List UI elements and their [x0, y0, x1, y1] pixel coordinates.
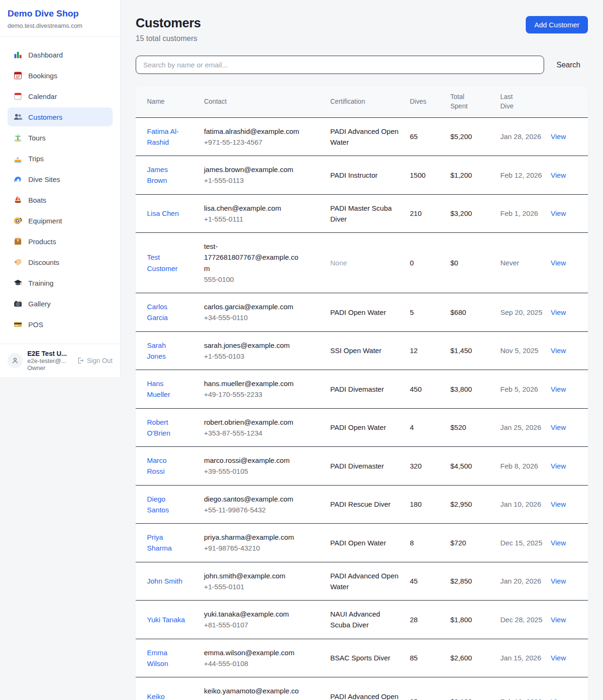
sidebar-item-discounts[interactable]: Discounts: [8, 253, 113, 272]
table-row: Sarah Jones sarah.jones@example.com+1-55…: [136, 331, 588, 370]
customer-phone: +49-170-555-2233: [204, 389, 304, 400]
user-icon: [11, 356, 19, 365]
customer-email: diego.santos@example.com: [204, 494, 304, 504]
sidebar-item-calendar[interactable]: Calendar: [8, 87, 113, 106]
header-name: Name: [136, 86, 204, 117]
view-customer-link[interactable]: View: [551, 308, 566, 316]
customer-email: john.smith@example.com: [204, 570, 304, 581]
customer-phone: +39-555-0105: [204, 466, 304, 477]
view-customer-link[interactable]: View: [551, 698, 566, 700]
table-row: Robert O'Brien robert.obrien@example.com…: [136, 408, 588, 447]
customer-total-spent: $5,200: [450, 117, 500, 156]
customer-dives: 1500: [410, 156, 450, 195]
customer-name-link[interactable]: Lisa Chen: [147, 209, 179, 217]
customer-certification: PADI Open Water: [330, 524, 410, 562]
customer-last-dive: Feb 5, 2026: [500, 370, 551, 409]
table-header-row: Name Contact Certification Dives Total S…: [136, 86, 588, 117]
sidebar-item-products[interactable]: Products: [8, 232, 113, 251]
customer-name-link[interactable]: Marco Rossi: [147, 456, 167, 475]
view-customer-link[interactable]: View: [551, 500, 566, 508]
view-customer-link[interactable]: View: [551, 462, 566, 470]
customer-dives: 4: [410, 408, 450, 447]
sidebar-item-gallery[interactable]: Gallery: [8, 294, 113, 313]
customer-phone: +55-11-99876-5432: [204, 504, 304, 515]
bookings-icon: 17: [13, 71, 23, 80]
table-row: Diego Santos diego.santos@example.com+55…: [136, 485, 588, 524]
boats-icon: [13, 195, 23, 205]
customer-name-link[interactable]: Robert O'Brien: [147, 418, 171, 437]
sidebar-item-customers[interactable]: Customers: [8, 107, 113, 126]
gallery-icon: [13, 299, 23, 308]
customer-dives: 320: [410, 447, 450, 486]
view-customer-link[interactable]: View: [551, 654, 566, 662]
customer-name-link[interactable]: Diego Santos: [147, 495, 169, 514]
sign-out-icon: [77, 357, 84, 364]
customer-count: 15 total customers: [136, 34, 201, 43]
customer-certification: PADI Advanced Open Water: [330, 562, 410, 601]
view-customer-link[interactable]: View: [551, 616, 566, 624]
customer-total-spent: $3,800: [450, 370, 500, 409]
table-row: Lisa Chen lisa.chen@example.com+1-555-01…: [136, 194, 588, 233]
user-info: E2E Test U... e2e-tester@... Owner: [27, 350, 72, 371]
table-row: Emma Wilson emma.wilson@example.com+44-5…: [136, 639, 588, 677]
search-button[interactable]: Search: [544, 61, 588, 69]
page-title-block: Customers 15 total customers: [136, 16, 201, 43]
sign-out-button[interactable]: Sign Out: [77, 357, 113, 364]
view-customer-link[interactable]: View: [551, 346, 566, 354]
sidebar-item-label: Trips: [28, 155, 44, 163]
customer-certification: None: [330, 233, 410, 293]
view-customer-link[interactable]: View: [551, 132, 566, 140]
customer-name-link[interactable]: James Brown: [147, 165, 168, 184]
view-customer-link[interactable]: View: [551, 259, 566, 267]
sidebar-item-pos[interactable]: POS: [8, 315, 113, 334]
customer-name-link[interactable]: Priya Sharma: [147, 533, 172, 552]
customer-total-spent: $0: [450, 233, 500, 293]
view-customer-link[interactable]: View: [551, 577, 566, 585]
customer-email: sarah.jones@example.com: [204, 340, 304, 351]
user-section: E2E Test U... e2e-tester@... Owner Sign …: [0, 344, 120, 377]
main-content: Customers 15 total customers Add Custome…: [121, 0, 603, 700]
customer-last-dive: Jan 10, 2026: [500, 485, 551, 524]
sidebar-item-boats[interactable]: Boats: [8, 190, 113, 209]
table-row: Fatima Al-Rashid fatima.alrashid@example…: [136, 117, 588, 156]
sidebar-item-label: POS: [28, 321, 43, 329]
customer-name-link[interactable]: John Smith: [147, 577, 182, 585]
customer-name-link[interactable]: Carlos Garcia: [147, 303, 168, 321]
customer-name-link[interactable]: Keiko Yamamoto: [147, 692, 180, 700]
customer-certification: PADI Open Water: [330, 408, 410, 447]
customer-name-link[interactable]: Hans Mueller: [147, 379, 170, 398]
customer-certification: PADI Divemaster: [330, 370, 410, 409]
customer-name-link[interactable]: Sarah Jones: [147, 341, 166, 360]
header-actions: [551, 86, 588, 117]
customer-last-dive: Jan 25, 2026: [500, 408, 551, 447]
view-customer-link[interactable]: View: [551, 385, 566, 393]
customer-name-link[interactable]: Test Customer: [147, 253, 178, 272]
sidebar-item-dashboard[interactable]: Dashboard: [8, 45, 113, 64]
sidebar-item-equipment[interactable]: Equipment: [8, 211, 113, 230]
sidebar-item-bookings[interactable]: 17 Bookings: [8, 66, 113, 85]
header-total-spent: Total Spent: [450, 86, 500, 117]
sidebar: Demo Dive Shop demo.test.divestreams.com…: [0, 0, 121, 377]
view-customer-link[interactable]: View: [551, 539, 566, 547]
view-customer-link[interactable]: View: [551, 171, 566, 179]
search-input[interactable]: [136, 56, 544, 74]
sidebar-item-trips[interactable]: Trips: [8, 149, 113, 168]
customer-total-spent: $2,600: [450, 639, 500, 677]
view-customer-link[interactable]: View: [551, 209, 566, 217]
table-row: James Brown james.brown@example.com+1-55…: [136, 156, 588, 195]
dashboard-icon: [13, 50, 23, 59]
customer-last-dive: Jan 15, 2026: [500, 639, 551, 677]
customer-last-dive: Jan 28, 2026: [500, 117, 551, 156]
customer-name-link[interactable]: Fatima Al-Rashid: [147, 127, 179, 146]
sign-out-label: Sign Out: [87, 357, 113, 364]
add-customer-button[interactable]: Add Customer: [526, 16, 588, 33]
sidebar-item-training[interactable]: Training: [8, 273, 113, 292]
customer-phone: +353-87-555-1234: [204, 428, 304, 438]
sidebar-item-tours[interactable]: Tours: [8, 128, 113, 147]
customer-name-link[interactable]: Yuki Tanaka: [147, 616, 185, 624]
tours-icon: [13, 133, 23, 142]
sidebar-item-dive-sites[interactable]: Dive Sites: [8, 170, 113, 189]
view-customer-link[interactable]: View: [551, 423, 566, 431]
header-contact: Contact: [204, 86, 330, 117]
customer-name-link[interactable]: Emma Wilson: [147, 649, 168, 667]
